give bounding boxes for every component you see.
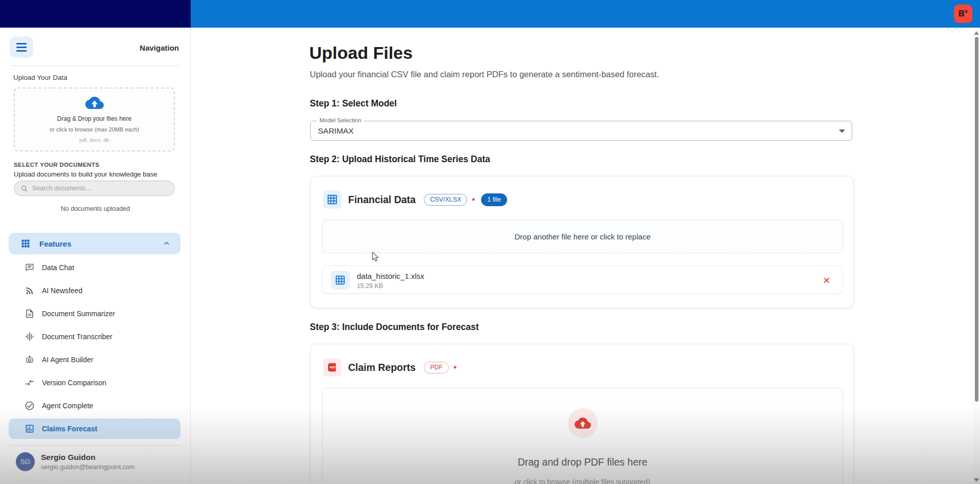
sidebar-item-data-chat[interactable]: Data Chat (9, 256, 180, 279)
select-documents-subheading: Upload documents to build your knowledge… (14, 170, 157, 178)
sidebar-dropzone-text: Drag & Drop your files here (15, 115, 174, 122)
document-search (14, 181, 175, 196)
required-marker: * (472, 195, 475, 205)
sidebar-dropzone-hint: or click to browse (max 20MB each) (15, 126, 174, 133)
financial-data-title: Financial Data (348, 194, 416, 206)
pdf-dropzone-text: Drag and drop PDF files here (323, 456, 842, 468)
scrollbar-up-arrow[interactable] (974, 31, 979, 35)
page-title: Upload Files (309, 43, 413, 63)
pdf-dropzone-hint: or click to browse (multiple files suppo… (323, 478, 842, 484)
features-list: Data Chat AI Newsfeed Document Summarize… (9, 256, 180, 439)
bar-chart-icon (25, 424, 35, 434)
cloud-upload-red-icon (568, 408, 598, 438)
sidebar-item-ai-agent-builder[interactable]: AI Agent Builder (9, 348, 180, 371)
user-name: Sergio Guidon (41, 453, 135, 462)
scrollbar-thumb[interactable] (975, 37, 978, 402)
sidebar-item-agent-complete[interactable]: Agent Complete (9, 394, 180, 417)
step1-heading: Step 1: Select Model (310, 98, 397, 109)
model-selection-select[interactable]: Model Selection SARIMAX (310, 121, 852, 141)
waveform-icon (25, 332, 35, 342)
sidebar-item-document-summarizer[interactable]: Document Summarizer (9, 302, 180, 325)
claim-reports-card: PDF Claim Reports PDF * Drag and drop PD… (310, 344, 854, 484)
claim-reports-dropzone[interactable]: Drag and drop PDF files here or click to… (322, 388, 843, 484)
chat-icon (25, 262, 35, 273)
sidebar-divider (10, 445, 180, 446)
avatar: SG (16, 452, 35, 471)
check-circle-icon (25, 401, 35, 411)
features-section-toggle[interactable]: Features (9, 233, 180, 254)
no-documents-text: No documents uploaded (0, 205, 191, 212)
claim-reports-title: Claim Reports (348, 362, 416, 373)
sidebar-dropzone-filetypes: pdf, docx, db (15, 137, 174, 143)
sidebar-item-version-comparison[interactable]: Version Comparison (9, 371, 180, 394)
robot-icon (25, 355, 35, 365)
pdf-file-icon: PDF (323, 358, 341, 377)
vertical-scrollbar (973, 28, 980, 484)
cloud-upload-icon (85, 94, 104, 112)
file-count-badge: 1 file (481, 193, 507, 206)
user-email: sergio.guidon@bearingpoint.com (41, 464, 135, 471)
sidebar: Navigation Upload Your Data Drag & Drop … (0, 28, 191, 484)
top-bar-navy-segment (0, 0, 191, 28)
app-window: B° Navigation Upload Your Data Drag & Dr… (0, 0, 980, 484)
sidebar-divider (10, 65, 180, 66)
close-icon (823, 276, 831, 284)
scrollbar-down-arrow[interactable] (974, 478, 979, 482)
svg-text:PDF: PDF (330, 366, 336, 369)
sidebar-item-ai-newsfeed[interactable]: AI Newsfeed (9, 279, 180, 302)
apps-grid-icon (20, 238, 31, 249)
step2-heading: Step 2: Upload Historical Time Series Da… (310, 154, 490, 165)
spreadsheet-file-icon (331, 271, 350, 290)
menu-toggle-button[interactable] (10, 36, 33, 58)
financial-dropzone-text: Drop another file here or click to repla… (515, 232, 651, 241)
document-icon (25, 309, 35, 319)
model-selection-value: SARIMAX (318, 121, 354, 140)
financial-data-dropzone[interactable]: Drop another file here or click to repla… (322, 219, 843, 253)
search-icon (20, 185, 28, 192)
page-subtitle: Upload your financial CSV file and claim… (310, 70, 659, 79)
required-marker: * (453, 363, 457, 372)
features-label: Features (39, 239, 72, 248)
spreadsheet-icon (323, 190, 341, 209)
remove-file-button[interactable] (820, 274, 833, 287)
sidebar-file-dropzone[interactable]: Drag & Drop your files here or click to … (14, 87, 175, 151)
bearingpoint-logo: B° (954, 5, 972, 23)
top-bar: B° (0, 0, 980, 28)
uploaded-file-row: data_historic_1.xlsx 15.29 KB (322, 266, 843, 294)
financial-data-card: Financial Data CSV/XLSX * 1 file Drop an… (310, 176, 854, 308)
top-bar-blue-segment: B° (191, 0, 980, 28)
dropdown-arrow-icon (839, 129, 845, 133)
filetype-chip-pdf: PDF (424, 362, 449, 373)
search-documents-input[interactable] (32, 185, 168, 192)
sidebar-item-claims-forecast[interactable]: Claims Forecast (9, 419, 180, 439)
select-documents-heading: SELECT YOUR DOCUMENTS (14, 162, 99, 168)
sidebar-item-document-transcriber[interactable]: Document Transcriber (9, 325, 180, 348)
step3-heading: Step 3: Include Documents for Forecast (310, 322, 479, 333)
filetype-chip-csv-xlsx: CSV/XLSX (424, 194, 467, 206)
upload-your-data-label: Upload Your Data (13, 74, 67, 81)
file-size: 15.29 KB (357, 282, 383, 290)
file-name: data_historic_1.xlsx (357, 272, 424, 280)
chevron-up-icon (163, 240, 170, 247)
rss-icon (25, 285, 35, 296)
sidebar-title: Navigation (140, 43, 179, 52)
main-content: Upload Files Upload your financial CSV f… (191, 28, 980, 484)
user-profile: SG Sergio Guidon sergio.guidon@bearingpo… (16, 452, 135, 471)
compare-arrows-icon (25, 378, 35, 388)
